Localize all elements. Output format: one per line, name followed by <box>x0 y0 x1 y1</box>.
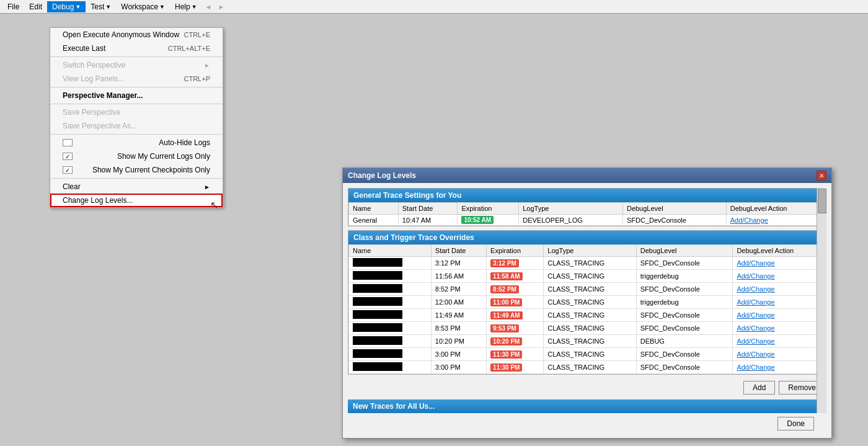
cell-expiration: 9:53 PM <box>487 322 544 335</box>
add-remove-row: Add Remove <box>348 378 826 397</box>
col-logtype: LogType <box>519 203 623 215</box>
col-name-ct: Name <box>349 245 432 257</box>
table-row: General 10:47 AM 10:52 AM DEVELOPER_LOG … <box>349 215 826 226</box>
menu-file[interactable]: File <box>2 1 24 12</box>
add-change-link[interactable]: Add/Change <box>737 363 774 371</box>
col-dl-ct: DebugLevel <box>636 245 733 257</box>
done-row: Done <box>348 413 826 433</box>
cell-debuglevel: SFDC_DevConsole <box>636 283 733 296</box>
col-action: DebugLevel Action <box>726 203 825 215</box>
cell-start-date: 3:12 PM <box>431 257 486 270</box>
add-change-link[interactable]: Add/Change <box>737 272 774 280</box>
menu-perspective-manager[interactable]: Perspective Manager... <box>50 89 223 102</box>
cell-debuglevel: SFDC_DevConsole <box>636 348 733 361</box>
modal-close-button[interactable]: ✕ <box>817 171 826 181</box>
general-table-header-row: Name Start Date Expiration LogType Debug… <box>349 203 826 215</box>
menu-help[interactable]: Help ▼ <box>170 1 202 12</box>
cell-expiration: 3:12 PM <box>487 257 544 270</box>
cell-name <box>349 283 432 296</box>
cell-start-date: 8:52 PM <box>431 283 486 296</box>
checkbox-current-checkpoints: ✓ <box>63 166 73 174</box>
col-exp-ct: Expiration <box>487 245 544 257</box>
add-button[interactable]: Add <box>743 381 775 395</box>
nav-forward-button[interactable]: ► <box>215 2 228 12</box>
table-row: 3:12 PM3:12 PMCLASS_TRACINGSFDC_DevConso… <box>349 257 826 270</box>
cell-action: Add/Change <box>733 348 826 361</box>
separator-2 <box>50 87 223 87</box>
modal-scrollbar[interactable] <box>817 188 826 413</box>
cell-action: Add/Change <box>733 283 826 296</box>
main-area: Open Execute Anonymous Window CTRL+E Exe… <box>0 14 868 446</box>
add-change-link[interactable]: Add/Change <box>737 259 774 267</box>
menu-edit[interactable]: Edit <box>24 1 47 12</box>
cell-name <box>349 335 432 348</box>
cell-name <box>349 361 432 374</box>
add-change-link[interactable]: Add/Change <box>730 216 768 224</box>
menu-debug[interactable]: Debug ▼ <box>47 1 86 12</box>
cell-expiration: 11:30 PM <box>487 348 544 361</box>
modal-scroll-content: General Trace Settings for You Name Star… <box>348 188 826 413</box>
table-row: 12:00 AM11:00 PMCLASS_TRACINGtriggerdebu… <box>349 296 826 309</box>
cell-start-date: 12:00 AM <box>431 296 486 309</box>
menu-test[interactable]: Test ▼ <box>86 1 116 12</box>
expiration-badge: 11:30 PM <box>490 350 522 359</box>
cell-start-date: 3:00 PM <box>431 348 486 361</box>
cell-debuglevel: SFDC_DevConsole <box>636 322 733 335</box>
col-debuglevel: DebugLevel <box>622 203 726 215</box>
expiration-badge: 9:53 PM <box>490 324 519 332</box>
table-row: 8:53 PM9:53 PMCLASS_TRACINGSFDC_DevConso… <box>349 322 826 335</box>
cell-logtype: CLASS_TRACING <box>544 309 637 322</box>
menu-execute-last[interactable]: Execute Last CTRL+ALT+E <box>50 42 223 55</box>
menu-workspace[interactable]: Workspace ▼ <box>116 1 170 12</box>
add-change-link[interactable]: Add/Change <box>737 350 774 358</box>
cell-logtype: CLASS_TRACING <box>544 257 637 270</box>
add-change-link[interactable]: Add/Change <box>737 337 774 345</box>
general-trace-section: General Trace Settings for You Name Star… <box>348 188 826 226</box>
menu-show-current-checkpoints[interactable]: ✓ Show My Current Checkpoints Only <box>50 163 223 177</box>
nav-back-button[interactable]: ◄ <box>202 2 215 12</box>
cell-start-date: 10:47 AM <box>398 215 458 226</box>
cell-action: Add/Change <box>733 361 826 374</box>
menu-save-perspective: Save Perspective <box>50 105 223 119</box>
class-table-header-row: Name Start Date Expiration LogType Debug… <box>349 245 826 257</box>
cell-logtype: CLASS_TRACING <box>544 296 637 309</box>
cell-name <box>349 309 432 322</box>
add-change-link[interactable]: Add/Change <box>737 311 774 319</box>
cell-debuglevel: SFDC_DevConsole <box>636 361 733 374</box>
cell-debuglevel: SFDC_DevConsole <box>636 309 733 322</box>
add-change-link[interactable]: Add/Change <box>737 298 774 306</box>
general-trace-header: General Trace Settings for You <box>348 189 826 202</box>
expiration-badge: 11:00 PM <box>490 298 522 306</box>
change-log-levels-dialog: Change Log Levels ✕ General Trace Settin… <box>342 167 832 439</box>
modal-titlebar: Change Log Levels ✕ <box>343 168 831 183</box>
menu-change-log-levels[interactable]: Change Log Levels... ↖ <box>50 194 223 207</box>
cell-expiration: 10:52 AM <box>458 215 519 226</box>
cell-expiration: 10:20 PM <box>487 335 544 348</box>
table-row: 11:56 AM11:58 AMCLASS_TRACINGtriggerdebu… <box>349 270 826 283</box>
done-button[interactable]: Done <box>777 417 814 430</box>
menu-autohide-logs[interactable]: Auto-Hide Logs <box>50 136 223 149</box>
cell-logtype: CLASS_TRACING <box>544 270 637 283</box>
add-change-link[interactable]: Add/Change <box>737 285 774 293</box>
add-change-link[interactable]: Add/Change <box>737 324 774 332</box>
cell-name <box>349 322 432 335</box>
cell-action: Add/Change <box>733 257 826 270</box>
expiration-badge: 3:12 PM <box>490 259 519 267</box>
menu-clear[interactable]: Clear ► <box>50 180 223 194</box>
class-trigger-section: Class and Trigger Trace Overrides Name S… <box>348 230 826 375</box>
cell-action: Add/Change <box>733 270 826 283</box>
scrollbar-thumb[interactable] <box>818 189 826 213</box>
cell-expiration: 8:52 PM <box>487 283 544 296</box>
cell-debuglevel: triggerdebug <box>636 296 733 309</box>
cell-logtype: DEVELOPER_LOG <box>519 215 623 226</box>
table-row: 3:00 PM11:30 PMCLASS_TRACINGSFDC_DevCons… <box>349 361 826 374</box>
menu-show-current-logs[interactable]: ✓ Show My Current Logs Only <box>50 149 223 163</box>
cell-expiration: 11:49 AM <box>487 309 544 322</box>
cell-start-date: 3:00 PM <box>431 361 486 374</box>
cell-action: Add/Change <box>733 309 826 322</box>
table-row: 10:20 PM10:20 PMCLASS_TRACINGDEBUGAdd/Ch… <box>349 335 826 348</box>
cell-name <box>349 270 432 283</box>
menu-open-execute[interactable]: Open Execute Anonymous Window CTRL+E <box>50 28 223 42</box>
col-action-ct: DebugLevel Action <box>733 245 826 257</box>
col-expiration: Expiration <box>458 203 519 215</box>
